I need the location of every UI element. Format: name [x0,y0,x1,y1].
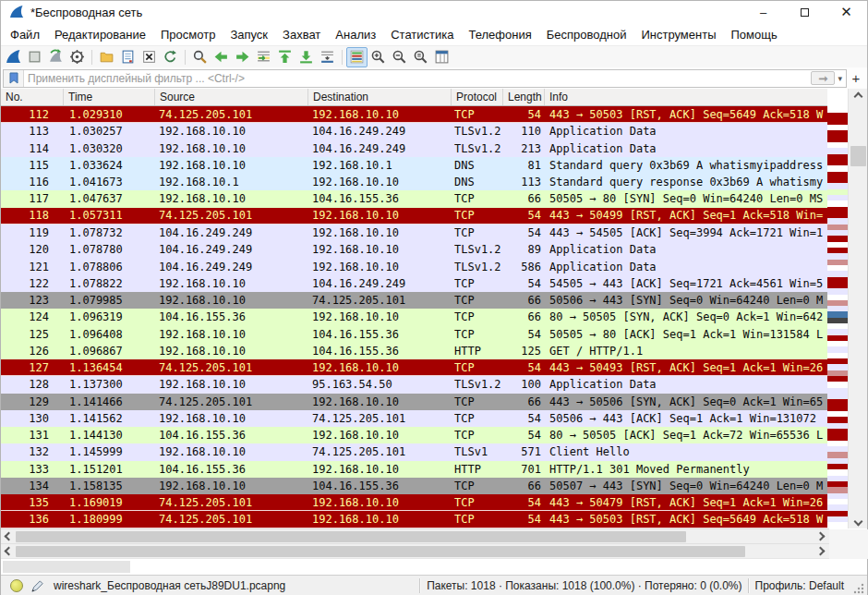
packet-row[interactable]: 1131.030257192.168.10.10104.16.249.249TL… [1,123,827,140]
menu-item-4[interactable]: Захват [275,25,328,44]
menu-item-10[interactable]: Помощь [724,25,785,44]
auto-scroll-button[interactable] [317,47,338,67]
column-header-no[interactable]: No. [1,89,64,105]
go-to-packet-button[interactable] [253,47,274,67]
vertical-scrollbar[interactable] [848,89,867,528]
filter-dropdown-caret-icon[interactable]: ▾ [837,74,846,83]
add-filter-button[interactable]: + [847,69,865,88]
open-file-button[interactable] [96,47,117,67]
go-last-button[interactable] [295,47,317,67]
menu-item-2[interactable]: Просмотр [153,25,223,44]
packet-row[interactable]: 1251.096408192.168.10.10104.16.155.36TCP… [1,325,827,342]
zoom-in-button[interactable] [368,47,389,67]
apply-filter-button[interactable]: ➞ [811,71,835,85]
scroll-left-button[interactable] [1,529,16,543]
packet-row[interactable]: 1191.078732104.16.249.249192.168.10.10TC… [1,225,827,241]
packet-row[interactable]: 1361.18099974.125.205.101192.168.10.10TC… [1,511,827,528]
packet-row[interactable]: 1241.096319104.16.155.36192.168.10.10TCP… [1,309,827,325]
minimize-button[interactable]: – [742,1,784,23]
packet-cell-info: GET / HTTP/1.1 [545,343,827,359]
display-filter-input[interactable] [24,71,811,86]
restart-capture-button[interactable] [45,47,66,67]
column-header-source[interactable]: Source [155,89,308,105]
packet-row[interactable]: 1301.141562192.168.10.1074.125.205.101TC… [1,410,827,427]
scroll-right-button[interactable] [813,544,827,558]
scroll-down-button[interactable] [849,514,867,528]
close-file-button[interactable] [139,47,160,67]
maximize-button[interactable] [784,1,826,23]
packet-cell-protocol: TCP [452,208,503,224]
go-forward-button[interactable] [232,47,253,67]
packet-row[interactable]: 1171.047637192.168.10.10104.16.155.36TCP… [1,190,827,207]
packet-row[interactable]: 1221.078822192.168.10.10104.16.249.249TC… [1,275,827,292]
find-packet-button[interactable] [189,47,211,67]
scroll-right-button[interactable] [813,529,827,543]
menu-item-7[interactable]: Телефония [461,25,538,44]
vertical-scrollbar-thumb[interactable] [850,146,866,166]
scroll-up-button[interactable] [849,89,867,103]
go-back-button[interactable] [211,47,232,67]
packet-row[interactable]: 1151.033624192.168.10.10192.168.10.1DNS8… [1,157,827,174]
column-header-protocol[interactable]: Protocol [452,89,503,105]
packet-row[interactable]: 1331.151201104.16.155.36192.168.10.10HTT… [1,461,827,478]
profile-label[interactable]: Профиль: Default [755,579,845,592]
hscrollbar-thumb[interactable] [16,531,686,542]
menu-item-9[interactable]: Инструменты [633,25,723,44]
packet-row[interactable]: 1321.145999192.168.10.1074.125.205.101TL… [1,443,827,460]
menu-item-3[interactable]: Запуск [223,25,275,44]
packet-cell-protocol: HTTP [452,461,503,478]
close-button[interactable]: ✕ [826,1,867,23]
go-first-button[interactable] [274,47,295,67]
scroll-left-button[interactable] [1,544,16,558]
packet-cell-destination: 192.168.10.10 [308,427,452,443]
column-header-length[interactable]: Length [503,89,545,105]
column-header-destination[interactable]: Destination [308,89,452,105]
packet-row[interactable]: 1271.13645474.125.205.101192.168.10.10TC… [1,359,827,376]
maximize-icon [801,8,809,17]
secondary-hscrollbar[interactable] [1,543,829,558]
menu-item-6[interactable]: Статистика [383,25,461,44]
hscrollbar-thumb[interactable] [16,546,745,557]
expert-info-icon[interactable] [10,579,23,592]
resize-grip[interactable] [853,583,864,594]
packet-row[interactable]: 1211.078806104.16.249.249192.168.10.10TL… [1,258,827,274]
packet-row[interactable]: 1291.14146674.125.205.101192.168.10.10TC… [1,394,827,410]
packet-row[interactable]: 1261.096867192.168.10.10104.16.155.36HTT… [1,343,827,359]
capture-options-button[interactable] [66,47,88,67]
packet-row[interactable]: 1121.02931074.125.205.101192.168.10.10TC… [1,106,827,123]
display-filter-field[interactable]: ➞ ▾ [3,69,847,88]
packet-cell-source: 104.16.155.36 [155,309,308,325]
packet-row[interactable]: 1311.144130104.16.155.36192.168.10.10TCP… [1,427,827,443]
zoom-out-button[interactable] [389,47,410,67]
menu-item-5[interactable]: Анализ [328,25,383,44]
packet-row[interactable]: 1161.041673192.168.10.1192.168.10.10DNS1… [1,174,827,190]
column-header-time[interactable]: Time [64,89,155,105]
packet-cell-time: 1.057311 [64,208,155,224]
menu-item-8[interactable]: Беспроводной [539,25,634,44]
packet-row[interactable]: 1181.05731174.125.205.101192.168.10.10TC… [1,208,827,225]
column-header-info[interactable]: Info [545,89,827,105]
packet-cell-source: 192.168.10.10 [155,275,308,292]
menu-item-0[interactable]: Файл [3,25,47,44]
stop-capture-button[interactable] [24,47,45,67]
packet-cell-length: 54 [503,359,545,375]
colorize-packets-button[interactable] [346,47,368,67]
resize-columns-button[interactable] [431,47,452,67]
capture-comment-icon[interactable] [30,579,44,593]
filter-bookmark-button[interactable] [4,70,24,87]
start-capture-button[interactable] [3,47,24,67]
packet-list-hscrollbar[interactable] [1,528,829,543]
packet-cell-length: 66 [503,394,545,410]
menu-item-1[interactable]: Редактирование [47,25,153,44]
packet-minimap[interactable] [827,89,848,528]
packet-row[interactable]: 1141.030320192.168.10.10104.16.249.249TL… [1,140,827,157]
packet-row[interactable]: 1231.079985192.168.10.1074.125.205.101TC… [1,292,827,309]
packet-row[interactable]: 1341.158135192.168.10.10104.16.155.36TCP… [1,478,827,494]
packet-row[interactable]: 1351.16901974.125.205.101192.168.10.10TC… [1,494,827,511]
reload-file-button[interactable] [160,47,181,67]
packet-row[interactable]: 1281.137300192.168.10.1095.163.54.50TLSv… [1,376,827,393]
zoom-reset-button[interactable] [410,47,431,67]
save-file-button[interactable] [117,47,139,67]
packet-cell-destination: 192.168.10.10 [308,461,452,478]
packet-row[interactable]: 1201.078780104.16.249.249192.168.10.10TL… [1,241,827,258]
